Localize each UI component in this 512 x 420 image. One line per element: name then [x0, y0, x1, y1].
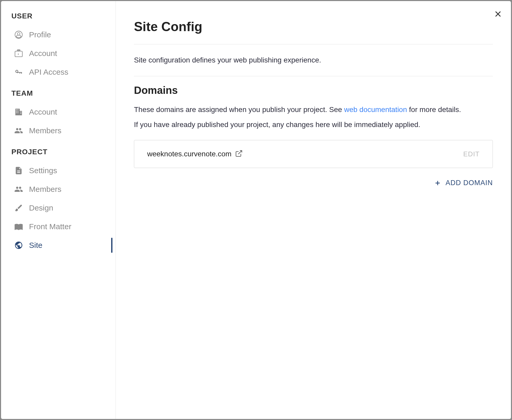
main-content: Site Config Site configuration defines y…	[116, 1, 511, 419]
svg-line-0	[238, 151, 242, 154]
domain-name: weeknotes.curvenote.com	[147, 150, 231, 158]
people-icon	[13, 125, 24, 136]
plus-icon	[434, 179, 441, 187]
text-fragment: for more details.	[407, 106, 461, 114]
web-documentation-link[interactable]: web documentation	[344, 106, 407, 114]
brush-icon	[13, 203, 24, 213]
sidebar-item-profile[interactable]: Profile	[1, 25, 116, 44]
add-domain-row: ADD DOMAIN	[134, 179, 493, 187]
text-fragment: These domains are assigned when you publ…	[134, 106, 344, 114]
sidebar-item-label: Design	[29, 204, 53, 212]
sidebar-item-api-access[interactable]: API Access	[1, 63, 116, 81]
external-link-icon[interactable]	[235, 150, 243, 158]
sidebar: USER Profile Account API Access TEAM	[1, 1, 116, 419]
sidebar-item-settings[interactable]: Settings	[1, 161, 116, 180]
book-icon	[13, 221, 24, 232]
sidebar-item-label: Members	[29, 185, 61, 194]
sidebar-item-front-matter[interactable]: Front Matter	[1, 217, 116, 236]
close-button[interactable]	[493, 9, 503, 19]
sidebar-section-user: USER	[1, 12, 116, 25]
add-domain-label: ADD DOMAIN	[445, 179, 493, 187]
domains-title: Domains	[134, 85, 493, 96]
sidebar-item-label: Site	[29, 241, 42, 250]
building-icon	[13, 107, 24, 117]
sidebar-item-site[interactable]: Site	[1, 236, 116, 255]
sidebar-item-label: Profile	[29, 30, 51, 39]
domain-cell: weeknotes.curvenote.com	[147, 150, 243, 158]
close-icon	[494, 10, 502, 18]
sidebar-item-team-account[interactable]: Account	[1, 103, 116, 121]
globe-icon	[13, 240, 24, 250]
page-description: Site configuration defines your web publ…	[134, 44, 493, 76]
domains-description: These domains are assigned when you publ…	[134, 103, 493, 116]
sidebar-item-project-members[interactable]: Members	[1, 180, 116, 199]
sidebar-section-team: TEAM	[1, 81, 116, 103]
sidebar-item-label: Account	[29, 49, 57, 58]
sidebar-item-user-account[interactable]: Account	[1, 44, 116, 63]
sidebar-item-label: Front Matter	[29, 222, 71, 231]
sidebar-item-label: Members	[29, 126, 61, 135]
person-circle-icon	[13, 30, 24, 40]
domains-description-line2: If you have already published your proje…	[134, 118, 493, 131]
sidebar-item-label: Account	[29, 108, 57, 116]
domain-row: weeknotes.curvenote.com EDIT	[134, 140, 493, 168]
document-icon	[13, 165, 24, 176]
edit-domain-button[interactable]: EDIT	[463, 150, 480, 158]
settings-modal: USER Profile Account API Access TEAM	[1, 1, 511, 419]
sidebar-item-label: Settings	[29, 166, 57, 175]
sidebar-section-project: PROJECT	[1, 140, 116, 161]
sidebar-item-label: API Access	[29, 68, 68, 76]
sidebar-item-design[interactable]: Design	[1, 199, 116, 217]
briefcase-icon	[13, 48, 24, 59]
people-icon	[13, 184, 24, 194]
page-title: Site Config	[134, 19, 493, 34]
add-domain-button[interactable]: ADD DOMAIN	[434, 179, 493, 187]
sidebar-item-team-members[interactable]: Members	[1, 121, 116, 140]
key-icon	[13, 67, 24, 77]
divider	[134, 76, 493, 76]
